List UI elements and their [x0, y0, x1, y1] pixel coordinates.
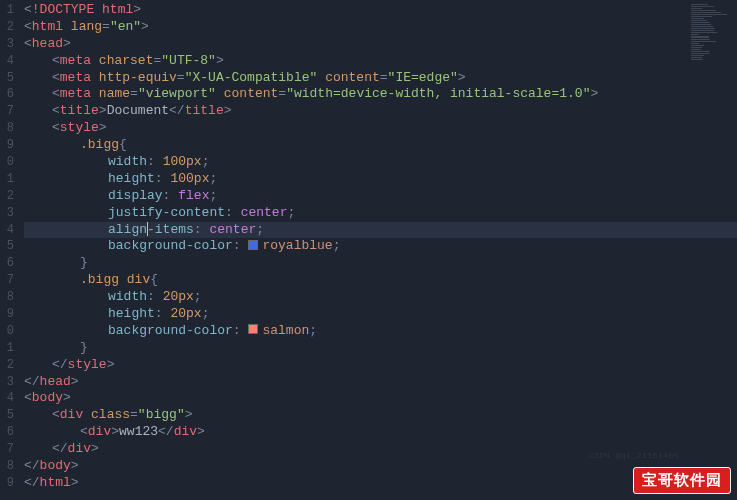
code-line[interactable]: </html> — [24, 475, 737, 492]
code-line[interactable]: display: flex; — [24, 188, 737, 205]
code-line[interactable]: .bigg div{ — [24, 272, 737, 289]
code-editor[interactable]: 1 2 3 4 5 6 7 8 9 0 1 2 3 4 5 6 7 8 9 0 … — [0, 0, 737, 500]
code-line[interactable]: <div class="bigg"> — [24, 407, 737, 424]
code-line[interactable]: <html lang="en"> — [24, 19, 737, 36]
code-line[interactable]: } — [24, 255, 737, 272]
code-line[interactable]: <style> — [24, 120, 737, 137]
code-line[interactable]: <head> — [24, 36, 737, 53]
code-line[interactable]: } — [24, 340, 737, 357]
code-line[interactable]: <!DOCTYPE html> — [24, 2, 737, 19]
code-line[interactable]: </style> — [24, 357, 737, 374]
code-line[interactable]: background-color: salmon; — [24, 323, 737, 340]
code-line[interactable]: <meta name="viewport" content="width=dev… — [24, 86, 737, 103]
code-line[interactable]: <meta http-equiv="X-UA-Compatible" conte… — [24, 70, 737, 87]
code-line[interactable]: width: 20px; — [24, 289, 737, 306]
line-number-gutter: 1 2 3 4 5 6 7 8 9 0 1 2 3 4 5 6 7 8 9 0 … — [0, 2, 18, 500]
code-line[interactable]: height: 100px; — [24, 171, 737, 188]
color-swatch-icon — [248, 324, 258, 334]
watermark-badge: 宝哥软件园 — [633, 467, 731, 494]
code-line[interactable]: width: 100px; — [24, 154, 737, 171]
code-line[interactable]: background-color: royalblue; — [24, 238, 737, 255]
color-swatch-icon — [248, 240, 258, 250]
code-line[interactable]: height: 20px; — [24, 306, 737, 323]
code-area[interactable]: <!DOCTYPE html> <html lang="en"> <head> … — [18, 2, 737, 500]
code-line[interactable]: align-items: center; — [24, 222, 737, 239]
code-line[interactable]: <meta charset="UTF-8"> — [24, 53, 737, 70]
code-line[interactable]: <div>ww123</div> — [24, 424, 737, 441]
minimap[interactable] — [689, 2, 735, 62]
code-line[interactable]: justify-content: center; — [24, 205, 737, 222]
csdn-watermark: CSDN @ql_21161405 — [589, 451, 679, 460]
code-line[interactable]: </body> — [24, 458, 737, 475]
code-line[interactable]: <title>Document</title> — [24, 103, 737, 120]
code-line[interactable]: </head> — [24, 374, 737, 391]
code-line[interactable]: <body> — [24, 390, 737, 407]
code-line[interactable]: .bigg{ — [24, 137, 737, 154]
